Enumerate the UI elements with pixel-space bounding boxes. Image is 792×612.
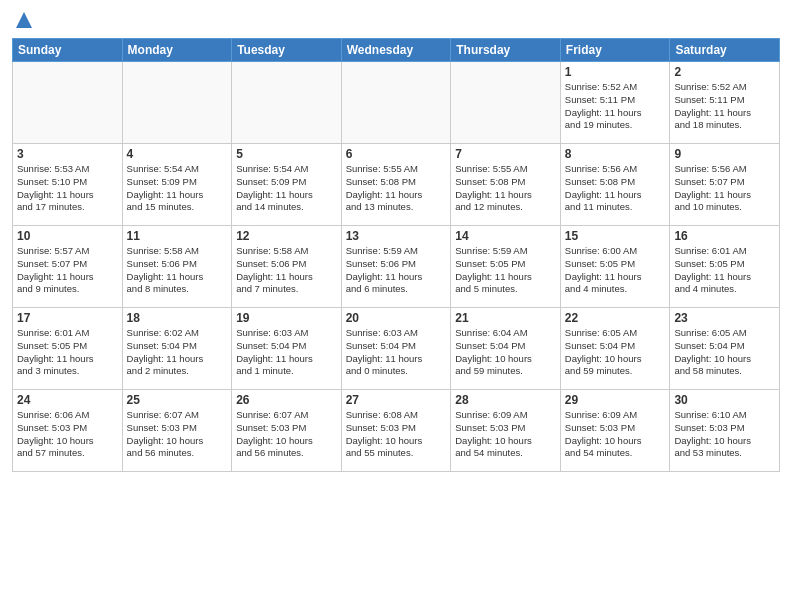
day-cell: 13Sunrise: 5:59 AM Sunset: 5:06 PM Dayli… bbox=[341, 226, 451, 308]
day-number: 22 bbox=[565, 311, 666, 325]
day-number: 18 bbox=[127, 311, 228, 325]
day-cell: 18Sunrise: 6:02 AM Sunset: 5:04 PM Dayli… bbox=[122, 308, 232, 390]
calendar-table: SundayMondayTuesdayWednesdayThursdayFrid… bbox=[12, 38, 780, 472]
day-cell: 1Sunrise: 5:52 AM Sunset: 5:11 PM Daylig… bbox=[560, 62, 670, 144]
day-info: Sunrise: 5:58 AM Sunset: 5:06 PM Dayligh… bbox=[236, 245, 337, 296]
day-cell bbox=[232, 62, 342, 144]
day-cell: 27Sunrise: 6:08 AM Sunset: 5:03 PM Dayli… bbox=[341, 390, 451, 472]
day-number: 23 bbox=[674, 311, 775, 325]
day-cell: 4Sunrise: 5:54 AM Sunset: 5:09 PM Daylig… bbox=[122, 144, 232, 226]
day-info: Sunrise: 6:05 AM Sunset: 5:04 PM Dayligh… bbox=[674, 327, 775, 378]
day-number: 26 bbox=[236, 393, 337, 407]
day-info: Sunrise: 5:52 AM Sunset: 5:11 PM Dayligh… bbox=[565, 81, 666, 132]
weekday-sunday: Sunday bbox=[13, 39, 123, 62]
day-number: 15 bbox=[565, 229, 666, 243]
day-info: Sunrise: 6:06 AM Sunset: 5:03 PM Dayligh… bbox=[17, 409, 118, 460]
day-info: Sunrise: 5:53 AM Sunset: 5:10 PM Dayligh… bbox=[17, 163, 118, 214]
day-number: 2 bbox=[674, 65, 775, 79]
day-number: 5 bbox=[236, 147, 337, 161]
day-cell: 7Sunrise: 5:55 AM Sunset: 5:08 PM Daylig… bbox=[451, 144, 561, 226]
day-info: Sunrise: 5:59 AM Sunset: 5:05 PM Dayligh… bbox=[455, 245, 556, 296]
day-cell: 5Sunrise: 5:54 AM Sunset: 5:09 PM Daylig… bbox=[232, 144, 342, 226]
week-row-3: 10Sunrise: 5:57 AM Sunset: 5:07 PM Dayli… bbox=[13, 226, 780, 308]
day-cell: 15Sunrise: 6:00 AM Sunset: 5:05 PM Dayli… bbox=[560, 226, 670, 308]
day-info: Sunrise: 6:08 AM Sunset: 5:03 PM Dayligh… bbox=[346, 409, 447, 460]
day-number: 16 bbox=[674, 229, 775, 243]
day-info: Sunrise: 5:56 AM Sunset: 5:08 PM Dayligh… bbox=[565, 163, 666, 214]
day-number: 19 bbox=[236, 311, 337, 325]
day-info: Sunrise: 6:03 AM Sunset: 5:04 PM Dayligh… bbox=[346, 327, 447, 378]
day-info: Sunrise: 5:59 AM Sunset: 5:06 PM Dayligh… bbox=[346, 245, 447, 296]
day-cell: 24Sunrise: 6:06 AM Sunset: 5:03 PM Dayli… bbox=[13, 390, 123, 472]
day-cell: 23Sunrise: 6:05 AM Sunset: 5:04 PM Dayli… bbox=[670, 308, 780, 390]
day-cell: 8Sunrise: 5:56 AM Sunset: 5:08 PM Daylig… bbox=[560, 144, 670, 226]
weekday-saturday: Saturday bbox=[670, 39, 780, 62]
day-number: 4 bbox=[127, 147, 228, 161]
day-info: Sunrise: 5:52 AM Sunset: 5:11 PM Dayligh… bbox=[674, 81, 775, 132]
day-number: 21 bbox=[455, 311, 556, 325]
weekday-friday: Friday bbox=[560, 39, 670, 62]
day-info: Sunrise: 6:07 AM Sunset: 5:03 PM Dayligh… bbox=[127, 409, 228, 460]
svg-marker-0 bbox=[16, 12, 32, 28]
day-cell bbox=[451, 62, 561, 144]
day-cell: 2Sunrise: 5:52 AM Sunset: 5:11 PM Daylig… bbox=[670, 62, 780, 144]
weekday-wednesday: Wednesday bbox=[341, 39, 451, 62]
day-number: 13 bbox=[346, 229, 447, 243]
day-number: 3 bbox=[17, 147, 118, 161]
header bbox=[12, 10, 780, 30]
day-info: Sunrise: 6:03 AM Sunset: 5:04 PM Dayligh… bbox=[236, 327, 337, 378]
day-cell: 10Sunrise: 5:57 AM Sunset: 5:07 PM Dayli… bbox=[13, 226, 123, 308]
logo bbox=[12, 10, 34, 30]
day-cell: 26Sunrise: 6:07 AM Sunset: 5:03 PM Dayli… bbox=[232, 390, 342, 472]
day-number: 17 bbox=[17, 311, 118, 325]
day-number: 1 bbox=[565, 65, 666, 79]
day-info: Sunrise: 6:10 AM Sunset: 5:03 PM Dayligh… bbox=[674, 409, 775, 460]
day-cell: 16Sunrise: 6:01 AM Sunset: 5:05 PM Dayli… bbox=[670, 226, 780, 308]
day-cell: 11Sunrise: 5:58 AM Sunset: 5:06 PM Dayli… bbox=[122, 226, 232, 308]
day-cell: 22Sunrise: 6:05 AM Sunset: 5:04 PM Dayli… bbox=[560, 308, 670, 390]
day-number: 29 bbox=[565, 393, 666, 407]
day-info: Sunrise: 5:54 AM Sunset: 5:09 PM Dayligh… bbox=[236, 163, 337, 214]
day-cell: 14Sunrise: 5:59 AM Sunset: 5:05 PM Dayli… bbox=[451, 226, 561, 308]
day-number: 28 bbox=[455, 393, 556, 407]
weekday-monday: Monday bbox=[122, 39, 232, 62]
day-info: Sunrise: 6:07 AM Sunset: 5:03 PM Dayligh… bbox=[236, 409, 337, 460]
day-number: 30 bbox=[674, 393, 775, 407]
day-number: 6 bbox=[346, 147, 447, 161]
day-info: Sunrise: 6:01 AM Sunset: 5:05 PM Dayligh… bbox=[17, 327, 118, 378]
day-number: 9 bbox=[674, 147, 775, 161]
day-cell: 29Sunrise: 6:09 AM Sunset: 5:03 PM Dayli… bbox=[560, 390, 670, 472]
weekday-thursday: Thursday bbox=[451, 39, 561, 62]
page-container: SundayMondayTuesdayWednesdayThursdayFrid… bbox=[0, 0, 792, 480]
day-cell: 9Sunrise: 5:56 AM Sunset: 5:07 PM Daylig… bbox=[670, 144, 780, 226]
day-cell: 21Sunrise: 6:04 AM Sunset: 5:04 PM Dayli… bbox=[451, 308, 561, 390]
day-number: 14 bbox=[455, 229, 556, 243]
day-info: Sunrise: 6:02 AM Sunset: 5:04 PM Dayligh… bbox=[127, 327, 228, 378]
day-number: 8 bbox=[565, 147, 666, 161]
day-cell: 25Sunrise: 6:07 AM Sunset: 5:03 PM Dayli… bbox=[122, 390, 232, 472]
day-cell: 17Sunrise: 6:01 AM Sunset: 5:05 PM Dayli… bbox=[13, 308, 123, 390]
day-cell: 3Sunrise: 5:53 AM Sunset: 5:10 PM Daylig… bbox=[13, 144, 123, 226]
day-info: Sunrise: 5:56 AM Sunset: 5:07 PM Dayligh… bbox=[674, 163, 775, 214]
weekday-tuesday: Tuesday bbox=[232, 39, 342, 62]
day-cell: 20Sunrise: 6:03 AM Sunset: 5:04 PM Dayli… bbox=[341, 308, 451, 390]
day-info: Sunrise: 5:57 AM Sunset: 5:07 PM Dayligh… bbox=[17, 245, 118, 296]
day-number: 12 bbox=[236, 229, 337, 243]
day-number: 20 bbox=[346, 311, 447, 325]
day-number: 27 bbox=[346, 393, 447, 407]
day-number: 7 bbox=[455, 147, 556, 161]
day-cell bbox=[122, 62, 232, 144]
day-info: Sunrise: 5:58 AM Sunset: 5:06 PM Dayligh… bbox=[127, 245, 228, 296]
week-row-5: 24Sunrise: 6:06 AM Sunset: 5:03 PM Dayli… bbox=[13, 390, 780, 472]
day-number: 25 bbox=[127, 393, 228, 407]
day-info: Sunrise: 6:01 AM Sunset: 5:05 PM Dayligh… bbox=[674, 245, 775, 296]
day-info: Sunrise: 6:05 AM Sunset: 5:04 PM Dayligh… bbox=[565, 327, 666, 378]
week-row-4: 17Sunrise: 6:01 AM Sunset: 5:05 PM Dayli… bbox=[13, 308, 780, 390]
day-number: 10 bbox=[17, 229, 118, 243]
day-info: Sunrise: 6:00 AM Sunset: 5:05 PM Dayligh… bbox=[565, 245, 666, 296]
day-cell bbox=[13, 62, 123, 144]
day-cell: 12Sunrise: 5:58 AM Sunset: 5:06 PM Dayli… bbox=[232, 226, 342, 308]
day-info: Sunrise: 5:55 AM Sunset: 5:08 PM Dayligh… bbox=[455, 163, 556, 214]
day-cell: 28Sunrise: 6:09 AM Sunset: 5:03 PM Dayli… bbox=[451, 390, 561, 472]
day-info: Sunrise: 5:55 AM Sunset: 5:08 PM Dayligh… bbox=[346, 163, 447, 214]
